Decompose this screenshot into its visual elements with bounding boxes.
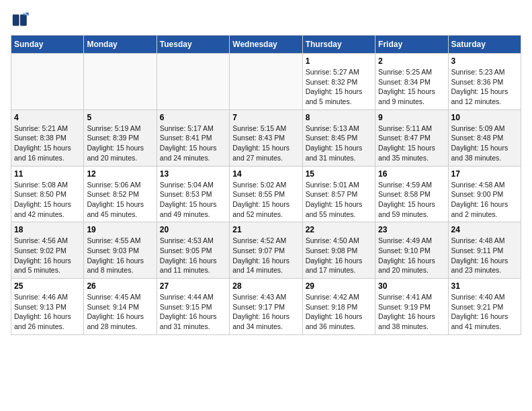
- day-info: Sunrise: 5:21 AM Sunset: 8:38 PM Dayligh…: [14, 124, 81, 163]
- weekday-header-sunday: Sunday: [11, 36, 84, 54]
- day-number: 4: [14, 113, 81, 122]
- calendar-cell: 6Sunrise: 5:17 AM Sunset: 8:41 PM Daylig…: [157, 109, 229, 166]
- day-info: Sunrise: 5:11 AM Sunset: 8:47 PM Dayligh…: [378, 124, 445, 163]
- day-number: 16: [378, 169, 445, 179]
- calendar-cell: 28Sunrise: 4:43 AM Sunset: 9:17 PM Dayli…: [230, 279, 302, 335]
- day-number: 22: [306, 225, 372, 234]
- calendar-week-row: 25Sunrise: 4:46 AM Sunset: 9:13 PM Dayli…: [11, 279, 521, 335]
- day-info: Sunrise: 4:53 AM Sunset: 9:05 PM Dayligh…: [160, 236, 226, 275]
- calendar-cell: 23Sunrise: 4:49 AM Sunset: 9:10 PM Dayli…: [375, 222, 448, 279]
- weekday-header-wednesday: Wednesday: [230, 36, 302, 54]
- day-number: 5: [87, 113, 153, 122]
- day-info: Sunrise: 4:40 AM Sunset: 9:21 PM Dayligh…: [451, 292, 518, 332]
- day-number: 21: [232, 225, 299, 234]
- logo: [11, 11, 32, 30]
- day-number: 19: [87, 225, 153, 234]
- day-info: Sunrise: 5:15 AM Sunset: 8:43 PM Dayligh…: [232, 124, 299, 163]
- calendar-cell: 13Sunrise: 5:04 AM Sunset: 8:53 PM Dayli…: [157, 166, 229, 222]
- calendar-cell: 15Sunrise: 5:01 AM Sunset: 8:57 PM Dayli…: [302, 166, 375, 222]
- day-info: Sunrise: 5:19 AM Sunset: 8:39 PM Dayligh…: [87, 124, 153, 163]
- day-number: 6: [160, 113, 226, 122]
- day-info: Sunrise: 5:27 AM Sunset: 8:32 PM Dayligh…: [306, 67, 372, 107]
- day-number: 2: [378, 56, 445, 66]
- day-info: Sunrise: 5:08 AM Sunset: 8:50 PM Dayligh…: [14, 180, 81, 220]
- calendar-cell: 26Sunrise: 4:45 AM Sunset: 9:14 PM Dayli…: [84, 279, 157, 335]
- day-info: Sunrise: 4:52 AM Sunset: 9:07 PM Dayligh…: [232, 236, 299, 275]
- calendar-cell: 24Sunrise: 4:48 AM Sunset: 9:11 PM Dayli…: [448, 222, 521, 279]
- day-info: Sunrise: 4:49 AM Sunset: 9:10 PM Dayligh…: [378, 236, 445, 275]
- day-number: 13: [160, 169, 226, 179]
- day-info: Sunrise: 4:44 AM Sunset: 9:15 PM Dayligh…: [160, 292, 226, 332]
- day-info: Sunrise: 5:13 AM Sunset: 8:45 PM Dayligh…: [306, 124, 372, 163]
- calendar-cell: 1Sunrise: 5:27 AM Sunset: 8:32 PM Daylig…: [302, 54, 375, 110]
- day-number: 28: [232, 281, 299, 291]
- calendar-cell: 30Sunrise: 4:41 AM Sunset: 9:19 PM Dayli…: [375, 279, 448, 335]
- weekday-header-row: SundayMondayTuesdayWednesdayThursdayFrid…: [11, 36, 521, 54]
- day-info: Sunrise: 4:55 AM Sunset: 9:03 PM Dayligh…: [87, 236, 153, 275]
- day-number: 29: [306, 281, 372, 291]
- calendar-cell: 2Sunrise: 5:25 AM Sunset: 8:34 PM Daylig…: [375, 54, 448, 110]
- weekday-header-saturday: Saturday: [448, 36, 521, 54]
- day-number: 3: [451, 56, 518, 66]
- logo-icon: [11, 11, 30, 30]
- day-info: Sunrise: 4:50 AM Sunset: 9:08 PM Dayligh…: [306, 236, 372, 275]
- day-number: 8: [306, 113, 372, 122]
- calendar-cell: [11, 54, 84, 110]
- calendar-cell: 12Sunrise: 5:06 AM Sunset: 8:52 PM Dayli…: [84, 166, 157, 222]
- day-info: Sunrise: 4:42 AM Sunset: 9:18 PM Dayligh…: [306, 292, 372, 332]
- day-number: 15: [306, 169, 372, 179]
- calendar-cell: 25Sunrise: 4:46 AM Sunset: 9:13 PM Dayli…: [11, 279, 84, 335]
- day-number: 23: [378, 225, 445, 234]
- calendar-week-row: 11Sunrise: 5:08 AM Sunset: 8:50 PM Dayli…: [11, 166, 521, 222]
- calendar-cell: 8Sunrise: 5:13 AM Sunset: 8:45 PM Daylig…: [302, 109, 375, 166]
- calendar-body: 1Sunrise: 5:27 AM Sunset: 8:32 PM Daylig…: [11, 54, 521, 335]
- calendar-week-row: 1Sunrise: 5:27 AM Sunset: 8:32 PM Daylig…: [11, 54, 521, 110]
- calendar-cell: 22Sunrise: 4:50 AM Sunset: 9:08 PM Dayli…: [302, 222, 375, 279]
- day-number: 17: [451, 169, 518, 179]
- calendar-cell: 27Sunrise: 4:44 AM Sunset: 9:15 PM Dayli…: [157, 279, 229, 335]
- calendar-week-row: 18Sunrise: 4:56 AM Sunset: 9:02 PM Dayli…: [11, 222, 521, 279]
- weekday-header-monday: Monday: [84, 36, 157, 54]
- calendar-cell: 21Sunrise: 4:52 AM Sunset: 9:07 PM Dayli…: [230, 222, 302, 279]
- day-number: 30: [378, 281, 445, 291]
- calendar-cell: 16Sunrise: 4:59 AM Sunset: 8:58 PM Dayli…: [375, 166, 448, 222]
- calendar-cell: 11Sunrise: 5:08 AM Sunset: 8:50 PM Dayli…: [11, 166, 84, 222]
- calendar-week-row: 4Sunrise: 5:21 AM Sunset: 8:38 PM Daylig…: [11, 109, 521, 166]
- day-info: Sunrise: 5:09 AM Sunset: 8:48 PM Dayligh…: [451, 124, 518, 163]
- calendar-header: SundayMondayTuesdayWednesdayThursdayFrid…: [11, 36, 521, 54]
- calendar-cell: 3Sunrise: 5:23 AM Sunset: 8:36 PM Daylig…: [448, 54, 521, 110]
- day-info: Sunrise: 5:23 AM Sunset: 8:36 PM Dayligh…: [451, 67, 518, 107]
- calendar-cell: 31Sunrise: 4:40 AM Sunset: 9:21 PM Dayli…: [448, 279, 521, 335]
- day-number: 25: [14, 281, 81, 291]
- day-number: 10: [451, 113, 518, 122]
- calendar-table: SundayMondayTuesdayWednesdayThursdayFrid…: [11, 35, 521, 335]
- day-info: Sunrise: 5:25 AM Sunset: 8:34 PM Dayligh…: [378, 67, 445, 107]
- calendar-cell: 20Sunrise: 4:53 AM Sunset: 9:05 PM Dayli…: [157, 222, 229, 279]
- calendar-cell: 29Sunrise: 4:42 AM Sunset: 9:18 PM Dayli…: [302, 279, 375, 335]
- calendar-cell: [157, 54, 229, 110]
- svg-rect-2: [20, 15, 27, 26]
- day-info: Sunrise: 4:41 AM Sunset: 9:19 PM Dayligh…: [378, 292, 445, 332]
- day-info: Sunrise: 4:45 AM Sunset: 9:14 PM Dayligh…: [87, 292, 153, 332]
- calendar-cell: 10Sunrise: 5:09 AM Sunset: 8:48 PM Dayli…: [448, 109, 521, 166]
- day-info: Sunrise: 4:56 AM Sunset: 9:02 PM Dayligh…: [14, 236, 81, 275]
- calendar-cell: 17Sunrise: 4:58 AM Sunset: 9:00 PM Dayli…: [448, 166, 521, 222]
- calendar-cell: 18Sunrise: 4:56 AM Sunset: 9:02 PM Dayli…: [11, 222, 84, 279]
- day-number: 12: [87, 169, 153, 179]
- calendar-cell: 4Sunrise: 5:21 AM Sunset: 8:38 PM Daylig…: [11, 109, 84, 166]
- day-info: Sunrise: 4:58 AM Sunset: 9:00 PM Dayligh…: [451, 180, 518, 220]
- weekday-header-thursday: Thursday: [302, 36, 375, 54]
- day-number: 18: [14, 225, 81, 234]
- day-number: 26: [87, 281, 153, 291]
- day-info: Sunrise: 4:43 AM Sunset: 9:17 PM Dayligh…: [232, 292, 299, 332]
- day-number: 24: [451, 225, 518, 234]
- day-info: Sunrise: 5:17 AM Sunset: 8:41 PM Dayligh…: [160, 124, 226, 163]
- day-info: Sunrise: 4:59 AM Sunset: 8:58 PM Dayligh…: [378, 180, 445, 220]
- calendar-cell: 19Sunrise: 4:55 AM Sunset: 9:03 PM Dayli…: [84, 222, 157, 279]
- calendar-cell: [230, 54, 302, 110]
- day-info: Sunrise: 4:46 AM Sunset: 9:13 PM Dayligh…: [14, 292, 81, 332]
- svg-rect-1: [13, 15, 19, 26]
- day-number: 9: [378, 113, 445, 122]
- weekday-header-tuesday: Tuesday: [157, 36, 229, 54]
- day-number: 31: [451, 281, 518, 291]
